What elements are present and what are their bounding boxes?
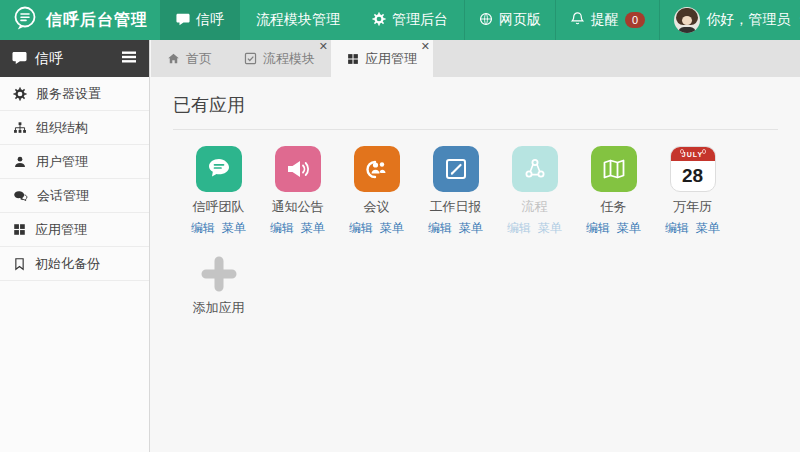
app-actions: 编辑 菜单 — [507, 220, 562, 237]
plus-icon — [199, 255, 239, 293]
app-name[interactable]: 工作日报 — [430, 198, 482, 216]
app-daily-report: 工作日报 编辑 菜单 — [416, 146, 495, 237]
topbar-right: 网页版 提醒 0 你好，管理员 ▼ — [464, 0, 800, 40]
sidebar: 信呼 服务器设置 组织结构 — [0, 40, 150, 452]
comments-icon — [13, 189, 28, 203]
sidebar-item-apps[interactable]: 应用管理 — [0, 213, 149, 247]
tab-label: 流程模块 — [263, 50, 315, 68]
notification-count-badge: 0 — [625, 12, 645, 28]
add-app-label: 添加应用 — [193, 299, 245, 317]
globe-icon — [479, 12, 493, 29]
app-actions: 编辑 菜单 — [270, 220, 325, 237]
sidebar-item-label: 会话管理 — [37, 187, 89, 205]
sidebar-header: 信呼 — [0, 40, 149, 77]
gear-icon — [372, 12, 386, 29]
topnav-item-flow-modules[interactable]: 流程模块管理 — [240, 0, 356, 40]
app-meetings: 会议 编辑 菜单 — [337, 146, 416, 237]
topbar: 信呼后台管理 信呼 流程模块管理 — [0, 0, 800, 40]
edit-link[interactable]: 编辑 — [191, 220, 215, 237]
chat-bubble-icon[interactable] — [196, 146, 242, 192]
brand[interactable]: 信呼后台管理 — [0, 0, 160, 40]
bell-icon — [570, 11, 585, 29]
menu-link[interactable]: 菜单 — [301, 220, 325, 237]
map-icon[interactable] — [591, 146, 637, 192]
tab-label: 首页 — [186, 50, 212, 68]
sidebar-item-init-backup[interactable]: 初始化备份 — [0, 247, 149, 281]
hamburger-menu-icon[interactable] — [121, 50, 137, 67]
app-grid: 信呼团队 编辑 菜单 通知公告 编辑 菜单 — [173, 146, 778, 237]
menu-link[interactable]: 菜单 — [617, 220, 641, 237]
home-icon — [167, 52, 180, 65]
edit-link[interactable]: 编辑 — [507, 220, 531, 237]
web-version-button[interactable]: 网页版 — [464, 0, 555, 40]
menu-link[interactable]: 菜单 — [459, 220, 483, 237]
edit-square-icon[interactable] — [433, 146, 479, 192]
top-nav: 信呼 流程模块管理 — [160, 0, 464, 40]
app-name[interactable]: 流程 — [522, 198, 548, 216]
app-logo-icon — [12, 5, 38, 35]
topnav-label: 信呼 — [196, 11, 224, 29]
sidebar-item-users[interactable]: 用户管理 — [0, 145, 149, 179]
calendar-icon[interactable]: JULY 28 — [670, 146, 716, 192]
main-content: 已有应用 信呼团队 编辑 菜单 通知公告 — [151, 77, 800, 452]
topnav-label: 管理后台 — [392, 11, 448, 29]
app-name[interactable]: 会议 — [364, 198, 390, 216]
grid-icon — [347, 53, 359, 65]
sidebar-item-label: 服务器设置 — [36, 85, 101, 103]
user-greeting: 你好，管理员 — [706, 11, 790, 29]
share-network-icon[interactable] — [512, 146, 558, 192]
tab-home[interactable]: 首页 — [151, 40, 228, 77]
app-name[interactable]: 万年历 — [673, 198, 712, 216]
gear-icon — [13, 87, 27, 101]
app-name[interactable]: 通知公告 — [272, 198, 324, 216]
user-menu[interactable]: 你好，管理员 ▼ — [659, 0, 800, 40]
brand-title: 信呼后台管理 — [46, 10, 148, 31]
grid-icon — [13, 223, 26, 236]
app-actions: 编辑 菜单 — [191, 220, 246, 237]
add-app-button[interactable]: 添加应用 — [179, 255, 258, 317]
group-icon[interactable] — [354, 146, 400, 192]
calendar-ring — [680, 149, 684, 154]
sidebar-item-label: 初始化备份 — [35, 255, 100, 273]
app-announcements: 通知公告 编辑 菜单 — [258, 146, 337, 237]
edit-link[interactable]: 编辑 — [586, 220, 610, 237]
topnav-label: 流程模块管理 — [256, 11, 340, 29]
app-actions: 编辑 菜单 — [665, 220, 720, 237]
calendar-month: JULY — [671, 147, 715, 161]
sidebar-item-sessions[interactable]: 会话管理 — [0, 179, 149, 213]
sidebar-item-label: 应用管理 — [35, 221, 87, 239]
chat-icon — [12, 50, 27, 68]
edit-link[interactable]: 编辑 — [665, 220, 689, 237]
web-version-label: 网页版 — [499, 11, 541, 29]
avatar — [674, 7, 700, 33]
tab-flow-module[interactable]: 流程模块 ✕ — [228, 40, 331, 77]
calendar-day: 28 — [671, 161, 715, 191]
app-name[interactable]: 信呼团队 — [193, 198, 245, 216]
menu-link[interactable]: 菜单 — [222, 220, 246, 237]
app-actions: 编辑 菜单 — [428, 220, 483, 237]
chat-icon — [176, 12, 190, 29]
sidebar-item-label: 用户管理 — [36, 153, 88, 171]
sidebar-item-label: 组织结构 — [36, 119, 88, 137]
close-icon[interactable]: ✕ — [421, 41, 430, 52]
bookmark-icon — [13, 257, 26, 271]
menu-link[interactable]: 菜单 — [538, 220, 562, 237]
sidebar-item-server-settings[interactable]: 服务器设置 — [0, 77, 149, 111]
edit-link[interactable]: 编辑 — [349, 220, 373, 237]
tab-app-management[interactable]: 应用管理 ✕ — [331, 40, 433, 77]
page-title: 已有应用 — [173, 93, 778, 117]
sitemap-icon — [13, 121, 27, 135]
menu-link[interactable]: 菜单 — [380, 220, 404, 237]
menu-link[interactable]: 菜单 — [696, 220, 720, 237]
edit-link[interactable]: 编辑 — [270, 220, 294, 237]
sidebar-item-organization[interactable]: 组织结构 — [0, 111, 149, 145]
app-workflow: 流程 编辑 菜单 — [495, 146, 574, 237]
close-icon[interactable]: ✕ — [319, 41, 328, 52]
edit-link[interactable]: 编辑 — [428, 220, 452, 237]
topnav-item-admin[interactable]: 管理后台 — [356, 0, 464, 40]
speaker-icon[interactable] — [275, 146, 321, 192]
topnav-item-xinhu[interactable]: 信呼 — [160, 0, 240, 40]
calendar-ring — [702, 149, 706, 154]
app-name[interactable]: 任务 — [601, 198, 627, 216]
notifications-button[interactable]: 提醒 0 — [555, 0, 659, 40]
